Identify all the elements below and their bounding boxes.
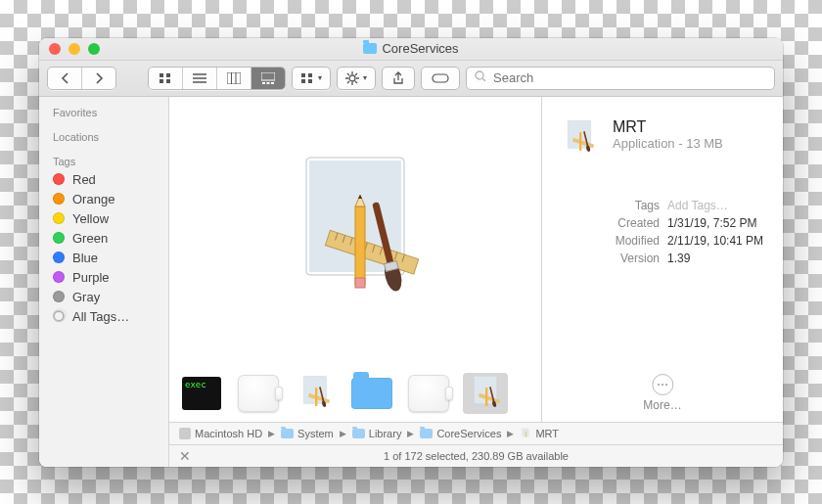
more-button[interactable]: ⋯ More… (643, 374, 681, 412)
sidebar-all-tags[interactable]: All Tags… (39, 307, 168, 327)
thumbnail-item-selected[interactable] (463, 373, 508, 414)
folder-icon (420, 429, 433, 438)
path-crumb[interactable]: Macintosh HD (179, 428, 262, 439)
gallery-preview (169, 97, 541, 366)
path-crumb[interactable]: System (281, 428, 334, 439)
thumbnail-item[interactable]: exec (179, 373, 224, 414)
svg-line-23 (347, 73, 349, 75)
svg-rect-2 (160, 79, 163, 83)
plugin-icon (408, 375, 449, 412)
tags-button[interactable] (421, 67, 460, 90)
svg-rect-3 (166, 79, 170, 83)
svg-line-25 (347, 81, 349, 83)
path-bar: Macintosh HD ▶ System ▶ Library ▶ CoreSe… (169, 422, 783, 444)
thumbnail-item[interactable] (236, 373, 281, 414)
search-icon (475, 70, 486, 85)
sidebar-item-label: Green (72, 231, 108, 246)
disk-icon (179, 428, 191, 439)
ellipsis-icon: ⋯ (652, 374, 673, 395)
chevron-right-icon: ▶ (338, 429, 348, 438)
titlebar: CoreServices (39, 38, 783, 61)
sidebar-tag-gray[interactable]: Gray (39, 288, 168, 307)
sidebar-tag-orange[interactable]: Orange (39, 190, 168, 209)
svg-rect-13 (271, 82, 274, 84)
add-tags-field[interactable]: Add Tags… (667, 197, 765, 214)
folder-icon (363, 43, 377, 54)
sidebar-item-label: Gray (72, 290, 100, 304)
app-icon (466, 374, 505, 413)
sidebar-section-favorites: Favorites (39, 107, 168, 121)
chevron-down-icon: ▾ (363, 73, 367, 82)
window-body: Favorites Locations Tags Red Orange Yell… (39, 97, 783, 467)
sidebar-tag-red[interactable]: Red (39, 170, 168, 190)
file-name: MRT (613, 118, 723, 136)
view-list-button[interactable] (183, 68, 217, 89)
group-by-button[interactable]: ▾ (293, 68, 330, 89)
info-value-version: 1.39 (667, 250, 765, 267)
view-columns-button[interactable] (217, 68, 251, 89)
back-button[interactable] (48, 68, 82, 89)
forward-button[interactable] (82, 68, 115, 89)
sidebar-tag-blue[interactable]: Blue (39, 249, 168, 268)
finder-window: CoreServices (39, 38, 783, 467)
sidebar-item-label: Orange (72, 192, 114, 206)
thumbnail-item[interactable] (406, 373, 451, 414)
folder-icon (352, 429, 365, 438)
preview-pane: MRT Application - 13 MB Tags Add Tags… C… (542, 97, 783, 422)
svg-rect-1 (166, 73, 170, 77)
sidebar-section-locations: Locations (39, 131, 168, 146)
search-field[interactable] (466, 67, 775, 90)
plugin-icon (238, 375, 279, 412)
sidebar-item-label: Red (72, 172, 96, 187)
svg-rect-67 (525, 432, 526, 437)
sidebar: Favorites Locations Tags Red Orange Yell… (39, 97, 169, 467)
sidebar-tag-yellow[interactable]: Yellow (39, 209, 168, 229)
thumbnail-item[interactable] (293, 373, 338, 414)
chevron-right-icon: ▶ (505, 429, 516, 438)
path-crumb[interactable]: CoreServices (420, 428, 501, 439)
view-mode-buttons (148, 67, 286, 90)
svg-point-28 (476, 71, 483, 79)
more-label: More… (643, 398, 681, 412)
gallery-view: exec (169, 97, 542, 422)
tag-dot-icon (53, 271, 65, 283)
thumbnail-item[interactable] (349, 373, 394, 414)
thumbnail-strip: exec (169, 366, 541, 422)
info-value-created: 1/31/19, 7:52 PM (667, 214, 765, 232)
info-value-modified: 2/11/19, 10:41 PM (667, 232, 765, 250)
path-crumb[interactable]: MRT (520, 428, 559, 439)
sidebar-item-label: Purple (72, 270, 110, 285)
action-button[interactable]: ▾ (338, 68, 375, 89)
exec-icon: exec (182, 377, 221, 410)
zoom-window-button[interactable] (88, 43, 100, 55)
tag-dot-icon (53, 193, 65, 205)
window-title-text: CoreServices (382, 41, 458, 56)
app-icon (277, 148, 434, 314)
view-gallery-button[interactable] (251, 68, 285, 89)
search-input[interactable] (491, 69, 766, 86)
close-window-button[interactable] (49, 43, 61, 55)
sidebar-tag-green[interactable]: Green (39, 229, 168, 249)
info-label-tags: Tags (601, 197, 660, 214)
status-bar: ✕ 1 of 172 selected, 230.89 GB available (169, 444, 783, 467)
svg-rect-44 (355, 206, 365, 285)
svg-rect-12 (267, 82, 270, 84)
tag-dot-icon (53, 212, 65, 224)
view-icon-button[interactable] (149, 68, 183, 89)
share-button[interactable] (382, 67, 415, 90)
path-crumb[interactable]: Library (352, 428, 402, 439)
svg-point-18 (349, 75, 355, 81)
hide-pathbar-button[interactable]: ✕ (179, 448, 191, 464)
action-menu[interactable]: ▾ (337, 67, 376, 90)
svg-rect-0 (160, 73, 163, 77)
tag-dot-icon (53, 173, 65, 185)
toolbar: ▾ ▾ (39, 61, 783, 97)
info-label-modified: Modified (601, 232, 660, 250)
tag-dot-icon (53, 232, 65, 244)
folder-icon (351, 378, 392, 409)
group-menu[interactable]: ▾ (292, 67, 331, 90)
app-icon (520, 428, 531, 439)
folder-icon (281, 429, 294, 438)
minimize-window-button[interactable] (68, 43, 80, 55)
sidebar-tag-purple[interactable]: Purple (39, 268, 168, 288)
